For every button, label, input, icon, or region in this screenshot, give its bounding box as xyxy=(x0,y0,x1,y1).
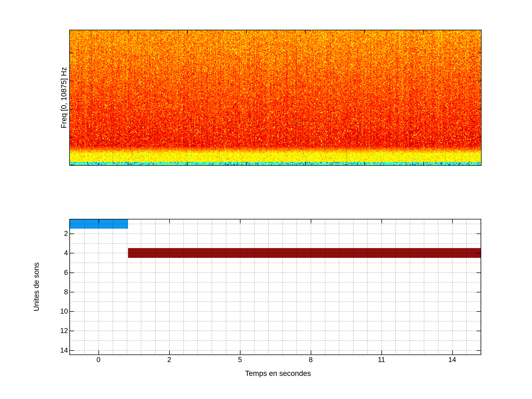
y-tick-mark xyxy=(69,137,73,137)
grid-line-horizontal xyxy=(69,282,481,282)
grid-line-vertical xyxy=(141,219,141,355)
y-tick-mark xyxy=(476,311,481,312)
grid-line-vertical xyxy=(311,219,311,355)
x-tick-mark xyxy=(240,351,241,355)
grid-line-horizontal xyxy=(69,234,481,234)
grid-line-vertical xyxy=(127,219,127,355)
grid-line-horizontal xyxy=(69,243,481,244)
grid-line-horizontal xyxy=(69,292,481,292)
y-tick-mark xyxy=(69,350,74,351)
grid-line-vertical xyxy=(438,219,438,355)
grid-line-horizontal xyxy=(69,224,481,224)
y-tick-mark xyxy=(69,272,74,273)
y-tick-mark xyxy=(477,165,481,165)
y-tick-label: 4 xyxy=(42,249,68,257)
y-tick-mark xyxy=(69,253,74,253)
grid-line-vertical xyxy=(197,219,198,355)
x-tick-mark xyxy=(246,162,247,166)
grid-line-vertical xyxy=(297,219,297,355)
grid-line-vertical xyxy=(70,219,70,355)
grid-line-vertical xyxy=(98,219,99,355)
y-tick-mark xyxy=(476,234,481,234)
grid-line-vertical xyxy=(226,219,226,355)
grid-line-horizontal xyxy=(69,341,481,341)
y-tick-mark xyxy=(477,137,481,137)
grid-line-horizontal xyxy=(69,263,481,263)
grid-line-vertical xyxy=(282,219,283,355)
grid-line-vertical xyxy=(212,219,212,355)
y-tick-mark xyxy=(476,253,481,253)
x-tick-mark xyxy=(305,162,306,166)
x-tick-mark xyxy=(169,351,170,355)
x-tick-mark xyxy=(98,351,99,355)
grid-line-vertical xyxy=(254,219,254,355)
grid-line-vertical xyxy=(452,219,453,355)
y-tick-mark xyxy=(69,292,74,292)
grid-line-vertical xyxy=(395,219,396,355)
grid-line-horizontal xyxy=(69,253,481,253)
x-tick-mark xyxy=(169,219,170,223)
spectrogram-image xyxy=(69,30,481,166)
y-tick-mark xyxy=(476,331,481,331)
y-tick-mark xyxy=(477,109,481,109)
x-tick-mark xyxy=(128,30,128,34)
grid-line-vertical xyxy=(325,219,325,355)
y-tick-label: 14 xyxy=(42,346,68,354)
y-tick-mark xyxy=(69,311,74,312)
y-tick-mark xyxy=(476,350,481,351)
grid-line-vertical xyxy=(424,219,424,355)
x-tick-label: 8 xyxy=(296,356,325,364)
grid-line-vertical xyxy=(410,219,410,355)
y-tick-mark xyxy=(477,53,481,53)
grid-line-horizontal xyxy=(69,311,481,312)
x-tick-mark xyxy=(381,351,382,355)
grid-line-vertical xyxy=(113,219,113,355)
y-tick-mark xyxy=(69,53,73,53)
grid-line-vertical xyxy=(381,219,382,355)
grid-line-vertical xyxy=(466,219,467,355)
x-tick-mark xyxy=(128,162,128,166)
x-tick-mark xyxy=(423,162,424,166)
x-tick-label: 14 xyxy=(437,356,467,364)
grid-line-vertical xyxy=(169,219,170,355)
grid-line-horizontal xyxy=(69,331,481,331)
grid-line-horizontal xyxy=(69,350,481,351)
x-tick-mark xyxy=(423,30,424,34)
x-tick-mark xyxy=(364,30,365,34)
x-tick-mark xyxy=(246,30,247,34)
segments-plot-border xyxy=(69,219,481,355)
x-tick-mark xyxy=(187,30,188,34)
grid-line-vertical xyxy=(353,219,354,355)
segments-ylabel: Unites de sons xyxy=(32,262,40,311)
y-tick-label: 2 xyxy=(42,229,68,238)
x-tick-mark xyxy=(452,351,453,355)
x-tick-mark xyxy=(381,219,382,223)
spectrogram-plot xyxy=(69,30,481,166)
y-tick-label: 12 xyxy=(42,327,68,335)
y-tick-mark xyxy=(69,81,73,81)
grid-line-vertical xyxy=(339,219,339,355)
x-tick-mark xyxy=(98,219,99,223)
y-tick-mark xyxy=(69,109,73,109)
grid-line-vertical xyxy=(84,219,85,355)
grid-line-vertical xyxy=(155,219,156,355)
y-tick-mark xyxy=(476,272,481,273)
segments-xlabel: Temps en secondes xyxy=(245,369,311,377)
y-tick-mark xyxy=(69,234,74,234)
spectrogram-ylabel: Freq [0, 10875] Hz xyxy=(60,67,68,128)
y-tick-mark xyxy=(69,331,74,331)
y-tick-mark xyxy=(477,81,481,81)
grid-line-vertical xyxy=(481,219,481,355)
grid-line-vertical xyxy=(240,219,240,355)
segments-plot xyxy=(69,219,481,355)
grid-line-horizontal xyxy=(69,301,481,302)
x-tick-label: 0 xyxy=(84,356,113,364)
grid-line-horizontal xyxy=(69,272,481,273)
x-tick-mark xyxy=(305,30,306,34)
x-tick-mark xyxy=(364,162,365,166)
grid-line-vertical xyxy=(268,219,269,355)
x-tick-mark xyxy=(187,162,188,166)
grid-line-horizontal xyxy=(69,321,481,321)
figure: Freq [0, 10875] Hz Unites de sons Temps … xyxy=(0,0,532,399)
x-tick-label: 2 xyxy=(154,356,184,364)
